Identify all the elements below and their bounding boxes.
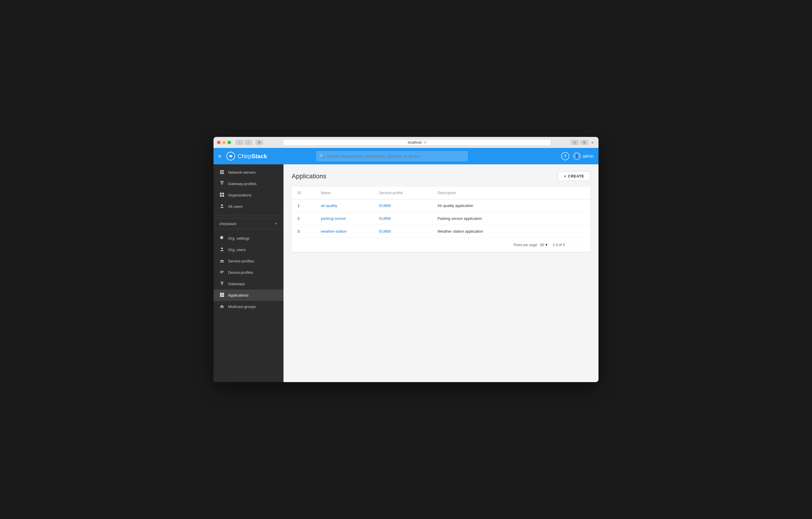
gateway-profiles-icon [219, 181, 225, 187]
org-settings-icon [219, 236, 225, 241]
reload-icon[interactable]: ↺ [424, 140, 427, 144]
multicast-groups-label: Multicast-groups [228, 304, 256, 309]
sidebar-item-gateway-profiles[interactable]: Gateway-profiles [213, 178, 284, 189]
cell-id: 2 [292, 212, 315, 225]
rpp-dropdown-icon: ▼ [545, 243, 548, 247]
svg-point-27 [222, 307, 222, 308]
svg-point-13 [222, 260, 224, 262]
rows-per-page-value: 10 [540, 243, 544, 247]
cell-name: air-quality [315, 199, 373, 212]
svg-point-17 [221, 283, 223, 284]
sidebar-item-device-profiles[interactable]: Device-profiles [213, 267, 284, 278]
minimize-button[interactable] [222, 141, 226, 144]
close-button[interactable] [217, 141, 221, 144]
svg-rect-4 [220, 173, 224, 174]
table-row: 3 weather-station EU868 Weather station … [292, 225, 590, 238]
sidebar-divider-1 [213, 216, 284, 216]
service-profiles-icon [219, 258, 225, 264]
svg-rect-24 [220, 296, 221, 297]
search-input[interactable] [327, 154, 464, 159]
app-name-link[interactable]: air-quality [321, 203, 337, 208]
svg-point-5 [221, 183, 223, 184]
sidebar-item-multicast-groups[interactable]: Multicast-groups [213, 301, 284, 312]
titlebar: ‹ › ⊟ localhost ↺ ⎙ ⧉ + [213, 137, 599, 148]
network-servers-icon [219, 170, 225, 175]
plus-icon: + [564, 174, 566, 179]
sidebar-global-section: Network-servers Gateway-profiles [213, 164, 284, 215]
cell-name: parking-sensor [315, 212, 373, 225]
main-layout: Network-servers Gateway-profiles [213, 164, 599, 382]
sidebar-item-all-users[interactable]: All users [213, 201, 284, 212]
sidebar-item-org-settings[interactable]: Org. settings [213, 233, 284, 244]
svg-rect-8 [220, 195, 222, 197]
svg-rect-20 [223, 293, 224, 294]
applications-label: Applications [228, 293, 249, 297]
page-title: Applications [292, 172, 326, 180]
share-button[interactable]: ⎙ [571, 140, 579, 145]
service-profile-link[interactable]: EU868 [379, 229, 391, 234]
sidebar-org-section: Org. settings Org. users [213, 230, 284, 315]
user-menu[interactable]: 👤 admin [573, 152, 594, 160]
next-page-button[interactable]: › [578, 241, 584, 248]
new-tab-button[interactable]: + [590, 140, 595, 145]
svg-rect-14 [220, 271, 224, 271]
svg-point-10 [221, 204, 223, 206]
content-header: Applications + CREATE [292, 171, 590, 181]
search-bar[interactable]: 🔍 [316, 151, 468, 161]
device-profiles-label: Device-profiles [228, 270, 253, 275]
rows-per-page-select[interactable]: 10 ▼ [540, 243, 548, 247]
app-name-link[interactable]: parking-sensor [321, 216, 346, 221]
cell-service-profile: EU868 [373, 212, 432, 225]
rows-per-page: Rows per page: 10 ▼ [514, 243, 548, 247]
cell-description: Air quality application [432, 199, 590, 212]
logo-text: ChirpStack [238, 153, 267, 160]
back-button[interactable]: ‹ [236, 140, 243, 145]
address-bar[interactable]: localhost ↺ [283, 139, 551, 146]
svg-point-11 [221, 248, 223, 249]
create-button[interactable]: + CREATE [558, 171, 590, 181]
rows-per-page-label: Rows per page: [514, 243, 538, 247]
sidebar-item-org-users[interactable]: Org. users [213, 244, 284, 255]
col-header-id: ID [292, 187, 315, 199]
fullscreen-button[interactable]: ⧉ [580, 140, 588, 145]
sidebar-item-organizations[interactable]: Organizations [213, 189, 284, 201]
sidebar-toggle-button[interactable]: ⊟ [256, 140, 263, 145]
applications-table: ID Name Service-profile Description 1 ai… [292, 187, 590, 238]
sidebar: Network-servers Gateway-profiles [213, 164, 284, 382]
svg-rect-25 [221, 296, 223, 297]
sidebar-item-service-profiles[interactable]: Service-profiles [213, 255, 284, 267]
network-servers-label: Network-servers [228, 170, 256, 174]
col-header-description: Description [432, 187, 590, 199]
table-header-row: ID Name Service-profile Description [292, 187, 590, 199]
org-selector[interactable]: chirpstack ▼ [213, 218, 284, 229]
svg-rect-9 [222, 195, 224, 197]
organizations-icon [219, 192, 225, 198]
prev-page-button[interactable]: ‹ [569, 241, 576, 248]
sidebar-item-gateways[interactable]: Gateways [213, 278, 284, 290]
gateways-label: Gateways [228, 282, 245, 286]
sidebar-item-applications[interactable]: Applications [213, 290, 284, 301]
help-button[interactable]: ? [561, 152, 569, 160]
service-profile-link[interactable]: EU868 [379, 216, 391, 221]
url-text: localhost [408, 140, 422, 144]
forward-button[interactable]: › [244, 140, 252, 145]
gateways-icon [219, 281, 225, 286]
sidebar-item-network-servers[interactable]: Network-servers [213, 167, 284, 178]
pagination: Rows per page: 10 ▼ 1-3 of 3 ‹ › [292, 238, 590, 252]
cell-description: Parking sensor application [432, 212, 590, 225]
svg-rect-16 [220, 273, 223, 273]
svg-rect-23 [223, 294, 224, 295]
hamburger-menu[interactable]: ≡ [218, 153, 221, 159]
svg-rect-3 [220, 172, 224, 172]
page-nav: ‹ › [569, 241, 584, 248]
cell-description: Weather station application [432, 225, 590, 238]
traffic-lights [217, 141, 231, 144]
maximize-button[interactable] [228, 141, 231, 144]
svg-rect-6 [220, 193, 222, 194]
all-users-label: All users [228, 204, 243, 209]
app-name-link[interactable]: weather-station [321, 229, 347, 234]
col-header-name: Name [315, 187, 373, 199]
service-profile-link[interactable]: EU868 [379, 203, 391, 208]
svg-rect-19 [221, 293, 223, 294]
topnav-right: ? 👤 admin [561, 152, 594, 160]
